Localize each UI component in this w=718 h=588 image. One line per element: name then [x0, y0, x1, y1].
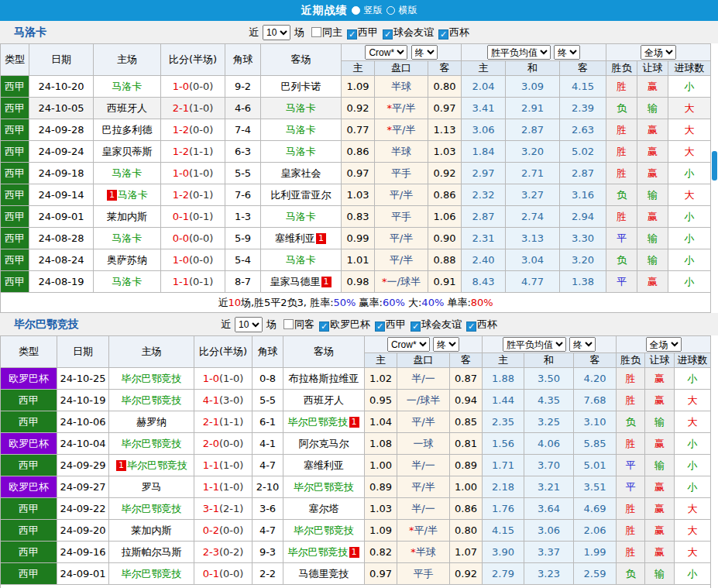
avg-stage-select[interactable]: 终: [569, 337, 596, 352]
wdl-result-cell: 胜: [617, 498, 645, 520]
away-team-cell: 巴列卡诺: [261, 76, 342, 98]
odds-stage-select[interactable]: 终: [433, 337, 459, 352]
wdl-result-cell: 胜: [606, 206, 637, 228]
odds-company-select[interactable]: Crow*: [365, 45, 407, 60]
home-team-cell: 巴拉多利德: [94, 119, 161, 141]
handicap-text: 平/半: [390, 189, 413, 201]
team-link[interactable]: 阿尔克马尔: [299, 438, 349, 449]
goals-result-cell: 小: [668, 76, 711, 98]
score-cell: 0-2(0-0): [194, 520, 253, 542]
layout-horizontal-label[interactable]: 横版: [399, 4, 417, 17]
checkbox-球会友谊[interactable]: ✓: [411, 322, 421, 332]
col-avg-away: 客: [560, 61, 606, 76]
checkbox-球会友谊[interactable]: ✓: [383, 29, 393, 40]
team-name-mallorca[interactable]: 马洛卡: [14, 26, 46, 40]
checkbox-label[interactable]: 西杯: [477, 318, 497, 330]
team-link[interactable]: 毕尔巴鄂竞技: [288, 546, 349, 558]
team-link[interactable]: 毕尔巴鄂竞技: [122, 394, 182, 406]
team-link[interactable]: 马洛卡: [112, 232, 143, 244]
team-link[interactable]: 赫罗纳: [136, 416, 167, 428]
team-link[interactable]: 皇家社会: [281, 167, 321, 179]
team-link[interactable]: 布拉格斯拉维亚: [289, 373, 359, 384]
team-link[interactable]: 巴拉多利德: [102, 124, 153, 136]
table-row: 西甲24-09-01莱加内斯0-1(0-1)1-3马洛卡0.83平手1.062.…: [1, 206, 711, 228]
checkbox-西杯[interactable]: ✓: [466, 322, 476, 332]
checkbox-西杯[interactable]: ✓: [438, 29, 448, 40]
goals-result-cell: 小: [675, 455, 711, 476]
home-team-cell: 毕尔巴鄂竞技: [109, 498, 194, 520]
team-link[interactable]: 比利亚雷亚尔: [271, 189, 332, 201]
away-team-cell: 皇家马德里1: [261, 271, 342, 293]
match-count-select[interactable]: 10: [263, 25, 290, 40]
team-link[interactable]: 马洛卡: [286, 102, 316, 114]
team-link[interactable]: 皇家贝蒂斯: [102, 146, 153, 157]
team-link[interactable]: 莱加内斯: [107, 211, 147, 222]
team-link[interactable]: 皇家马德里: [270, 276, 321, 287]
team-link[interactable]: 毕尔巴鄂竞技: [122, 373, 182, 384]
checkbox-label[interactable]: 西甲: [386, 318, 406, 330]
team-link[interactable]: 莱加内斯: [132, 524, 172, 536]
avg-odds-select[interactable]: 胜平负均值: [503, 337, 566, 352]
team-link[interactable]: 毕尔巴鄂竞技: [294, 481, 354, 493]
avg-draw-cell: 4.35: [524, 390, 574, 411]
odds-stage-select[interactable]: 终: [411, 45, 438, 60]
checkbox-label[interactable]: 同客: [294, 318, 314, 330]
score-cell: 1-2(0-1): [161, 184, 225, 206]
team-link[interactable]: 拉斯帕尔马斯: [122, 546, 182, 558]
odds-company-select[interactable]: Crow*: [387, 337, 430, 352]
checkbox-label[interactable]: 欧罗巴杯: [330, 318, 370, 330]
team-link[interactable]: 马洛卡: [112, 276, 143, 287]
checkbox-label[interactable]: 同主: [322, 26, 342, 38]
table-row: 西甲24-09-16拉斯帕尔马斯2-3(0-2)9-3毕尔巴鄂竞技10.82*半…: [1, 542, 711, 563]
away-team-cell: 马洛卡: [261, 141, 342, 163]
corner-cell: 3-6: [253, 498, 283, 520]
team-link[interactable]: 西班牙人: [304, 394, 344, 406]
team-link[interactable]: 马洛卡: [112, 167, 143, 179]
checkbox-label[interactable]: 球会友谊: [393, 26, 434, 38]
team-link[interactable]: 毕尔巴鄂竞技: [122, 568, 182, 579]
halftime-score: (0-0): [189, 124, 213, 136]
team-link[interactable]: 毕尔巴鄂竞技: [122, 438, 182, 449]
layout-vertical-radio[interactable]: [352, 6, 360, 15]
fulltime-select[interactable]: 全场: [641, 45, 676, 60]
team-link[interactable]: 罗马: [142, 481, 162, 493]
avg-odds-select[interactable]: 胜平负均值: [487, 45, 551, 60]
checkbox-西甲[interactable]: ✓: [375, 322, 385, 332]
checkbox-西甲[interactable]: ✓: [347, 29, 357, 40]
team-link[interactable]: 西班牙人: [107, 102, 147, 114]
score-cell: 1-1(1-0): [194, 455, 253, 476]
fulltime-select[interactable]: 全场: [646, 337, 682, 352]
team-link[interactable]: 巴列卡诺: [281, 81, 321, 92]
checkbox-label[interactable]: 西甲: [358, 26, 378, 38]
team-link[interactable]: 塞维利亚: [304, 459, 344, 471]
home-team-cell: 莱加内斯: [94, 206, 161, 228]
team-link[interactable]: 毕尔巴鄂竞技: [122, 503, 182, 514]
team-link[interactable]: 马洛卡: [286, 124, 316, 136]
team-link[interactable]: 马洛卡: [286, 211, 316, 222]
team-link[interactable]: 马洛卡: [286, 146, 316, 157]
match-count-select[interactable]: 10: [235, 317, 263, 332]
team-link[interactable]: 毕尔巴鄂竞技: [127, 459, 187, 471]
team-link[interactable]: 塞维利亚: [275, 232, 315, 244]
team-link[interactable]: 奥萨苏纳: [107, 254, 147, 266]
team-link[interactable]: 马德里竞技: [299, 568, 349, 579]
wdl-result-cell: 胜: [606, 141, 637, 163]
team-link[interactable]: 毕尔巴鄂竞技: [288, 416, 349, 428]
checkbox-欧罗巴杯[interactable]: ✓: [319, 322, 329, 332]
halftime-score: (0-0): [189, 232, 213, 244]
layout-vertical-label[interactable]: 竖版: [364, 4, 383, 17]
checkbox-label[interactable]: 西杯: [449, 26, 469, 38]
team-name-bilbao[interactable]: 毕尔巴鄂竞技: [14, 318, 79, 332]
team-link[interactable]: 马洛卡: [118, 189, 148, 201]
avg-stage-select[interactable]: 终: [554, 45, 580, 60]
team-link[interactable]: 毕尔巴鄂竞技: [294, 524, 354, 536]
team-link[interactable]: 马洛卡: [112, 81, 143, 92]
team-link[interactable]: 马洛卡: [286, 254, 316, 266]
layout-horizontal-radio[interactable]: [386, 6, 395, 15]
checkbox-label[interactable]: 球会友谊: [421, 318, 462, 330]
checkbox-同客[interactable]: [283, 319, 294, 329]
away-odds-cell: 0.86: [428, 184, 462, 206]
team-link[interactable]: 塞尔塔: [309, 503, 339, 514]
checkbox-同主[interactable]: [311, 27, 321, 37]
scrollbar-thumb[interactable]: [712, 151, 717, 181]
